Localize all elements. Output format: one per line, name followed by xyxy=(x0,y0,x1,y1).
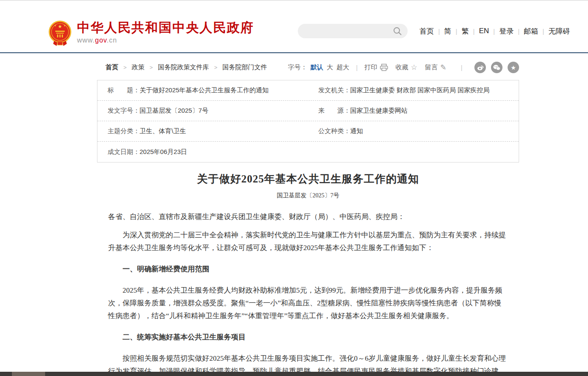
meta-label: 发文字号： xyxy=(108,107,140,115)
breadcrumb-separator: > xyxy=(123,64,127,71)
site-url: www.gov.cn xyxy=(77,37,254,44)
search-input[interactable] xyxy=(298,24,408,38)
comment-button[interactable]: 留言 ✎ xyxy=(425,63,446,71)
meta-row: 主题分类：卫生、体育\卫生公文种类：通知 xyxy=(97,121,519,142)
breadcrumb-toolbar-row: 首页>政策>国务院政策文件库>国务院部门文件 字号： 默认大超大 | 打印 收藏… xyxy=(97,53,519,79)
meta-cell-right: 发文机关：国家卫生健康委 财政部 国家中医药局 国家疾控局 xyxy=(308,80,519,100)
meta-row: 标 题：关于做好2025年基本公共卫生服务工作的通知发文机关：国家卫生健康委 财… xyxy=(97,80,519,101)
meta-value: 国卫基层发〔2025〕7号 xyxy=(140,107,208,115)
meta-row: 发文字号：国卫基层发〔2025〕7号来 源：国家卫生健康委网站 xyxy=(97,101,519,121)
doc-number: 国卫基层发〔2025〕7号 xyxy=(108,192,508,199)
meta-cell-left: 成文日期：2025年06月23日 xyxy=(97,142,308,162)
article-toolbar: 字号： 默认大超大 | 打印 收藏 ☆ 留言 ✎ | xyxy=(288,62,519,73)
breadcrumb: 首页>政策>国务院政策文件库>国务院部门文件 xyxy=(106,63,267,71)
wechat-share-icon[interactable] xyxy=(491,62,502,73)
meta-cell-left: 主题分类：卫生、体育\卫生 xyxy=(97,121,308,141)
font-size-label: 字号： xyxy=(288,63,307,71)
nav-separator: | xyxy=(518,28,519,35)
nav-link-6[interactable]: 邮箱 xyxy=(524,26,538,36)
nav-separator: | xyxy=(438,28,440,35)
site-title: 中华人民共和国中央人民政府 xyxy=(77,20,254,35)
svg-text:★: ★ xyxy=(58,24,62,29)
logo-text: 中华人民共和国中央人民政府 www.gov.cn xyxy=(77,20,254,44)
logo-group: ★ ★ ★ 中华人民共和国中央人民政府 www.gov.cn xyxy=(48,20,254,46)
national-emblem-logo: ★ ★ ★ xyxy=(48,20,72,46)
nav-link-5[interactable]: 登录 xyxy=(499,26,514,36)
nav-link-3[interactable]: 繁 xyxy=(462,26,469,36)
meta-cell-right: 来 源：国家卫生健康委网站 xyxy=(308,101,519,121)
meta-row: 成文日期：2025年06月23日 xyxy=(97,142,519,162)
meta-cell-left: 发文字号：国卫基层发〔2025〕7号 xyxy=(97,101,308,121)
breadcrumb-item[interactable]: 国务院政策文件库 xyxy=(158,63,209,71)
section-heading: 一、明确新增经费使用范围 xyxy=(108,263,508,276)
favorite-button[interactable]: 收藏 ☆ xyxy=(396,63,417,71)
toolbar-separator: | xyxy=(356,64,358,71)
printer-icon xyxy=(380,64,388,71)
font-size-options: 默认大超大 xyxy=(307,63,349,71)
font-size-option[interactable]: 默认 xyxy=(311,63,323,71)
paragraph: 2025年，基本公共卫生服务经费人均财政补助标准增加5元，达到99元。新增经费用… xyxy=(108,284,508,322)
svg-text:★: ★ xyxy=(64,24,66,27)
article: 关于做好2025年基本公共卫生服务工作的通知 国卫基层发〔2025〕7号 各省、… xyxy=(97,172,519,376)
meta-value: 国家卫生健康委网站 xyxy=(350,107,408,115)
site-url-cn: .cn xyxy=(107,37,117,44)
font-size-option[interactable]: 大 xyxy=(327,63,333,71)
meta-label: 主题分类： xyxy=(108,127,140,135)
search-bar xyxy=(298,24,408,38)
meta-value: 2025年06月23日 xyxy=(140,148,187,156)
nav-link-7[interactable]: 无障碍 xyxy=(548,26,570,36)
meta-value: 卫生、体育\卫生 xyxy=(140,127,186,135)
meta-cell-right xyxy=(308,146,519,158)
paragraph: 为深入贯彻党的二十届三中全会精神，落实新时代党的卫生与健康工作方针中以基层为重点… xyxy=(108,229,508,254)
nav-link-4[interactable]: EN xyxy=(479,27,489,35)
meta-value: 关于做好2025年基本公共卫生服务工作的通知 xyxy=(140,86,268,94)
print-button[interactable]: 打印 xyxy=(365,63,388,71)
comment-label: 留言 xyxy=(425,63,438,71)
article-content: 各省、自治区、直辖市及新疆生产建设兵团卫生健康委、财政厅（局）、中医药局、疾控局… xyxy=(108,211,508,376)
nav-separator: | xyxy=(456,28,457,35)
breadcrumb-separator: > xyxy=(150,64,153,71)
nav-separator: | xyxy=(473,28,475,35)
site-header: ★ ★ ★ 中华人民共和国中央人民政府 www.gov.cn 首页|简|繁|EN… xyxy=(0,1,588,52)
article-title: 关于做好2025年基本公共卫生服务工作的通知 xyxy=(108,172,508,186)
nav-separator: | xyxy=(542,28,544,35)
star-icon: ☆ xyxy=(411,64,417,71)
share-group: ★ xyxy=(469,62,519,73)
breadcrumb-item[interactable]: 政策 xyxy=(132,63,145,71)
horizontal-scrollbar[interactable] xyxy=(0,372,588,376)
nav-link-2[interactable]: 简 xyxy=(444,26,451,36)
document-meta-table: 标 题：关于做好2025年基本公共卫生服务工作的通知发文机关：国家卫生健康委 财… xyxy=(97,80,519,162)
meta-label: 成文日期： xyxy=(108,148,140,156)
scrollbar-thumb[interactable] xyxy=(12,372,45,376)
meta-value: 国家卫生健康委 财政部 国家中医药局 国家疾控局 xyxy=(350,86,490,94)
breadcrumb-separator: > xyxy=(214,64,217,71)
weibo-share-icon[interactable] xyxy=(474,62,486,73)
svg-text:★: ★ xyxy=(54,24,57,27)
site-url-gov: gov xyxy=(95,37,107,44)
section-heading: 二、统筹实施好基本公共卫生服务项目 xyxy=(108,331,508,344)
print-label: 打印 xyxy=(365,63,377,71)
toolbar-separator: | xyxy=(461,64,462,71)
site-url-www: www. xyxy=(77,37,95,44)
meta-label: 标 题： xyxy=(108,86,140,94)
pencil-icon: ✎ xyxy=(440,64,446,71)
font-size-option[interactable]: 超大 xyxy=(337,63,349,71)
paragraph: 各省、自治区、直辖市及新疆生产建设兵团卫生健康委、财政厅（局）、中医药局、疾控局… xyxy=(108,211,508,223)
meta-label: 公文种类： xyxy=(318,127,350,135)
meta-cell-right: 公文种类：通知 xyxy=(308,121,519,141)
breadcrumb-item[interactable]: 首页 xyxy=(106,63,118,71)
search-icon[interactable] xyxy=(393,27,402,35)
favorite-label: 收藏 xyxy=(396,63,408,71)
meta-value: 通知 xyxy=(350,127,363,135)
meta-cell-left: 标 题：关于做好2025年基本公共卫生服务工作的通知 xyxy=(97,80,308,100)
qzone-share-icon[interactable]: ★ xyxy=(508,62,519,73)
page-body: 首页>政策>国务院政策文件库>国务院部门文件 字号： 默认大超大 | 打印 收藏… xyxy=(97,53,519,376)
breadcrumb-item[interactable]: 国务院部门文件 xyxy=(223,63,267,71)
meta-label: 发文机关： xyxy=(318,86,350,94)
nav-separator: | xyxy=(493,28,495,35)
header-right: 首页|简|繁|EN|登录|邮箱|无障碍 xyxy=(298,24,570,38)
top-nav: 首页|简|繁|EN|登录|邮箱|无障碍 xyxy=(420,26,570,36)
meta-label: 来 源： xyxy=(318,107,350,115)
nav-link-1[interactable]: 首页 xyxy=(420,26,434,36)
